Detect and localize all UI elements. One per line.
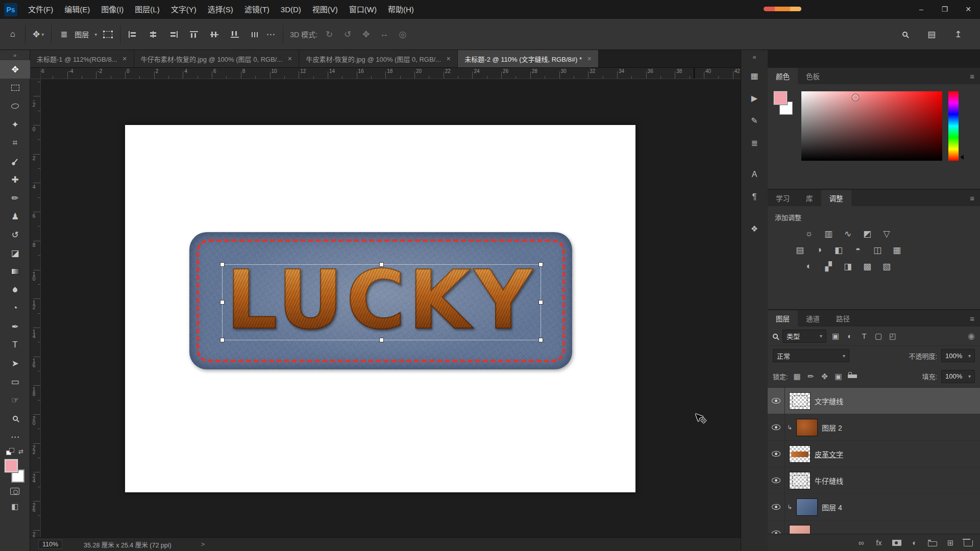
- align-left-button[interactable]: [125, 25, 140, 43]
- panel-tab[interactable]: 调整: [821, 190, 851, 206]
- paragraph-panel-icon[interactable]: ¶: [741, 186, 768, 208]
- menu-item[interactable]: 文件(F): [22, 0, 59, 19]
- layer-row[interactable]: 牛仔缝线: [768, 467, 980, 494]
- photo-filter-icon[interactable]: ◓: [852, 244, 864, 256]
- levels-icon[interactable]: ▥: [823, 228, 834, 239]
- close-tab-icon[interactable]: ✕: [287, 56, 292, 62]
- zoom-level[interactable]: 110%: [38, 540, 62, 549]
- history-brush-tool[interactable]: ↺: [0, 226, 30, 244]
- visibility-toggle[interactable]: [768, 520, 785, 534]
- lock-pixels-icon[interactable]: ✏: [806, 372, 816, 381]
- align-top-button[interactable]: [186, 25, 202, 43]
- brush-tool[interactable]: ✏: [0, 189, 30, 207]
- blend-mode-dropdown[interactable]: 正常 ▾: [773, 349, 849, 362]
- transform-handle[interactable]: [379, 338, 384, 342]
- ruler-corner[interactable]: [30, 68, 41, 79]
- fill-dropdown[interactable]: 100% ▾: [941, 370, 975, 383]
- exposure-icon[interactable]: ◩: [862, 228, 873, 239]
- align-right-button[interactable]: [166, 25, 181, 43]
- invert-icon[interactable]: ◐: [803, 261, 815, 272]
- menu-item[interactable]: 选择(S): [202, 0, 239, 19]
- foreground-color-swatch[interactable]: [5, 459, 18, 472]
- screen-mode-button[interactable]: ◧: [0, 499, 30, 514]
- layer-thumbnail[interactable]: [790, 446, 810, 462]
- color-lookup-icon[interactable]: ▦: [891, 244, 902, 256]
- menu-item[interactable]: 3D(D): [275, 0, 307, 19]
- close-button[interactable]: ✕: [957, 0, 980, 19]
- document-tab[interactable]: 牛仔布素材-恢复的.jpg @ 100% (图层 0, RGB/... ✕: [134, 50, 300, 67]
- layer-thumbnail[interactable]: [797, 499, 817, 515]
- move-tool[interactable]: ✥: [0, 60, 30, 79]
- auto-select-toggle[interactable]: ≣: [56, 25, 71, 43]
- expand-toolbar-button[interactable]: »: [0, 50, 30, 60]
- layer-filter-toggle[interactable]: ◉: [968, 331, 975, 341]
- layer-row[interactable]: ↳ 图层 2: [768, 414, 980, 441]
- new-group-icon[interactable]: [928, 541, 937, 546]
- default-colors-icon[interactable]: [6, 448, 14, 455]
- canvas-viewport[interactable]: LUCKY ➤ ✥: [41, 79, 741, 537]
- layer-row[interactable]: 皮革文字: [768, 441, 980, 467]
- home-button[interactable]: ⌂: [5, 25, 20, 43]
- 3d-roll-button[interactable]: ↺: [340, 25, 355, 43]
- link-layers-icon[interactable]: ∞: [856, 538, 866, 547]
- path-selection-tool[interactable]: ➤: [0, 354, 30, 372]
- menu-item[interactable]: 图层(L): [129, 0, 165, 19]
- gradient-tool[interactable]: [0, 262, 30, 281]
- layer-row[interactable]: [768, 520, 980, 534]
- layer-thumbnail[interactable]: [790, 393, 810, 409]
- eraser-tool[interactable]: ◪: [0, 244, 30, 262]
- filter-type-dropdown[interactable]: 类型 ▾: [782, 330, 826, 343]
- panel-menu-icon[interactable]: ≡: [964, 68, 980, 84]
- menu-item[interactable]: 编辑(E): [59, 0, 95, 19]
- delete-layer-icon[interactable]: [964, 540, 973, 546]
- channel-mixer-icon[interactable]: ◫: [872, 244, 883, 256]
- dodge-tool[interactable]: ◔: [0, 299, 30, 317]
- lock-all-icon[interactable]: [848, 374, 857, 378]
- actions-panel-icon[interactable]: ▶: [741, 87, 768, 109]
- layer-row[interactable]: ↳ 图层 4: [768, 494, 980, 520]
- vibrance-icon[interactable]: ▽: [881, 228, 892, 239]
- brush-settings-panel-icon[interactable]: ✎: [741, 109, 768, 132]
- opacity-dropdown[interactable]: 100% ▾: [941, 349, 975, 362]
- align-v-center-button[interactable]: [207, 25, 222, 43]
- share-button[interactable]: ↥: [950, 25, 966, 43]
- visibility-toggle[interactable]: [768, 414, 785, 440]
- menu-item[interactable]: 视图(V): [307, 0, 344, 19]
- menu-item[interactable]: 窗口(W): [344, 0, 382, 19]
- spot-healing-brush-tool[interactable]: ✚: [0, 170, 30, 189]
- close-tab-icon[interactable]: ✕: [446, 56, 451, 62]
- transform-handle[interactable]: [538, 338, 543, 342]
- filter-type-layers-icon[interactable]: T: [860, 332, 869, 341]
- more-align-options-button[interactable]: ⋯: [263, 25, 278, 43]
- blur-tool[interactable]: [0, 281, 30, 299]
- transform-handle[interactable]: [220, 300, 225, 305]
- lasso-tool[interactable]: [0, 97, 30, 115]
- pen-tool[interactable]: ✒: [0, 317, 30, 336]
- status-menu-chevron[interactable]: >: [201, 541, 205, 548]
- crop-tool[interactable]: ⌗: [0, 134, 30, 152]
- 3d-panel-icon[interactable]: ❖: [741, 217, 768, 240]
- minimize-button[interactable]: –: [910, 0, 933, 19]
- distribute-horizontal-button[interactable]: [248, 25, 263, 43]
- gradient-map-icon[interactable]: ▩: [862, 261, 873, 272]
- hue-saturation-icon[interactable]: ▤: [794, 244, 805, 256]
- add-layer-mask-icon[interactable]: [892, 540, 901, 546]
- selective-color-icon[interactable]: ▧: [881, 261, 892, 272]
- new-layer-icon[interactable]: ⊞: [946, 538, 955, 547]
- hue-slider[interactable]: [948, 91, 959, 161]
- zoom-tool[interactable]: [0, 409, 30, 428]
- close-tab-icon[interactable]: ✕: [587, 56, 592, 62]
- layer-name[interactable]: 皮革文字: [815, 449, 843, 459]
- quick-mask-button[interactable]: [0, 484, 30, 499]
- panel-tab[interactable]: 路径: [828, 310, 858, 327]
- lock-transparency-icon[interactable]: ▦: [793, 372, 802, 381]
- foreground-color-swatch[interactable]: [774, 91, 787, 105]
- layer-name[interactable]: 图层 4: [822, 502, 842, 512]
- layer-thumbnail[interactable]: [790, 525, 810, 534]
- transform-handle[interactable]: [538, 262, 543, 267]
- collapse-panels-icon[interactable]: «: [741, 50, 768, 64]
- quick-selection-tool[interactable]: ✦: [0, 115, 30, 134]
- panel-tab[interactable]: 通道: [798, 310, 828, 327]
- color-balance-icon[interactable]: ◑: [814, 244, 825, 256]
- hand-tool[interactable]: ☞: [0, 391, 30, 409]
